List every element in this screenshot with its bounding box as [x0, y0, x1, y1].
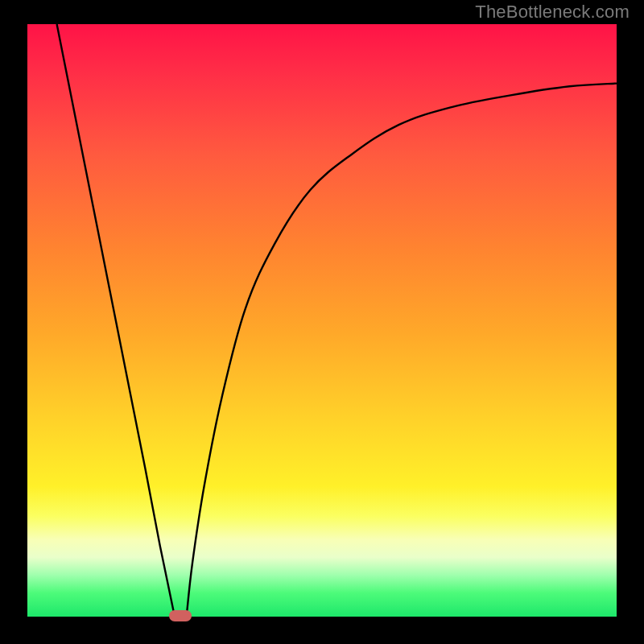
highlight-marker	[169, 610, 192, 621]
chart-frame: TheBottleneck.com	[0, 0, 644, 644]
curve-left-branch	[57, 24, 175, 617]
plot-area	[27, 24, 617, 617]
bottleneck-curve	[27, 24, 617, 617]
watermark-text: TheBottleneck.com	[475, 2, 630, 23]
curve-right-branch	[187, 84, 617, 617]
